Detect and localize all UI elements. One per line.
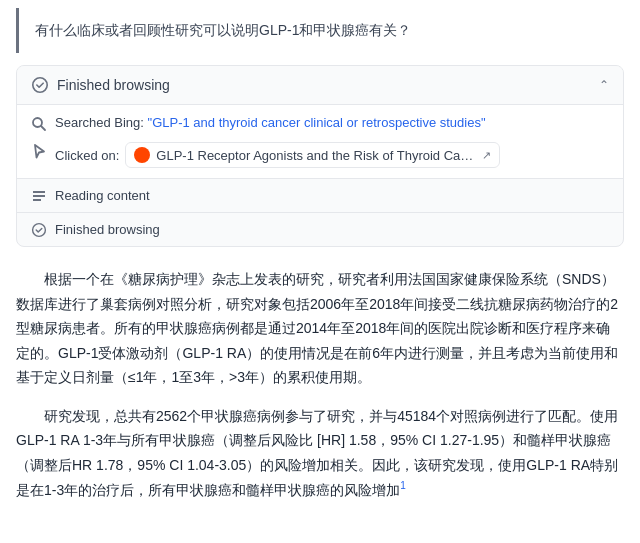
paragraph-2: 研究发现，总共有2562个甲状腺癌病例参与了研究，并与45184个对照病例进行了… (16, 404, 624, 503)
clicked-link-row: Clicked on: GLP-1 Receptor Agonists and … (55, 142, 500, 168)
browsing-details: Searched Bing: "GLP-1 and thyroid cancer… (17, 104, 623, 178)
second-check-circle-icon (31, 222, 47, 238)
browsing-panel: Finished browsing ⌃ Searched Bing: "GLP-… (16, 65, 624, 247)
clicked-label: Clicked on: (55, 148, 119, 163)
page-container: 有什么临床或者回顾性研究可以说明GLP-1和甲状腺癌有关？ Finished b… (0, 0, 640, 518)
browsing-header-left: Finished browsing (31, 76, 170, 94)
site-favicon (134, 147, 150, 163)
svg-line-2 (41, 126, 45, 130)
search-query: "GLP-1 and thyroid cancer clinical or re… (148, 115, 486, 130)
footnote-1: 1 (400, 480, 406, 491)
cursor-icon (31, 143, 47, 159)
main-content: 根据一个在《糖尿病护理》杂志上发表的研究，研究者利用法国国家健康保险系统（SND… (0, 263, 640, 518)
external-link-icon: ↗ (482, 149, 491, 162)
search-icon (31, 116, 47, 132)
reading-content-row: Reading content (17, 178, 623, 212)
link-box[interactable]: GLP-1 Receptor Agonists and the Risk of … (125, 142, 500, 168)
search-text-container: Searched Bing: "GLP-1 and thyroid cancer… (55, 115, 486, 130)
search-label: Searched Bing: (55, 115, 144, 130)
clicked-item: Clicked on: GLP-1 Receptor Agonists and … (31, 142, 609, 168)
check-circle-icon (31, 76, 49, 94)
svg-point-0 (33, 78, 47, 92)
second-finished-browsing-label: Finished browsing (55, 222, 160, 237)
reading-content-label: Reading content (55, 188, 150, 203)
paragraph-1: 根据一个在《糖尿病护理》杂志上发表的研究，研究者利用法国国家健康保险系统（SND… (16, 267, 624, 390)
chevron-up-icon: ⌃ (599, 78, 609, 92)
question-text: 有什么临床或者回顾性研究可以说明GLP-1和甲状腺癌有关？ (35, 20, 411, 41)
list-icon (31, 188, 47, 204)
question-bar: 有什么临床或者回顾性研究可以说明GLP-1和甲状腺癌有关？ (16, 8, 624, 53)
link-title: GLP-1 Receptor Agonists and the Risk of … (156, 148, 476, 163)
browsing-header[interactable]: Finished browsing ⌃ (17, 66, 623, 104)
second-finished-browsing-row: Finished browsing (17, 212, 623, 246)
finished-browsing-label: Finished browsing (57, 77, 170, 93)
search-item: Searched Bing: "GLP-1 and thyroid cancer… (31, 115, 609, 132)
svg-point-6 (33, 224, 46, 237)
